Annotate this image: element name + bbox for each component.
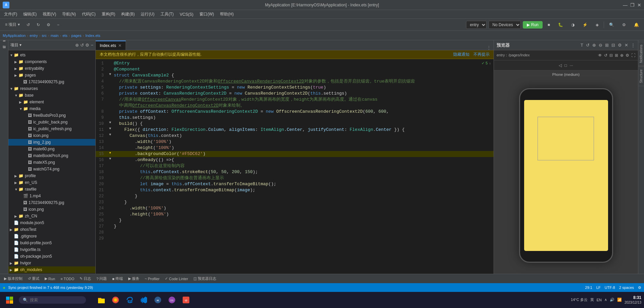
minimize-btn[interactable]: —	[623, 2, 628, 8]
status-position[interactable]: 29:1	[585, 286, 592, 290]
preview-icon-zoom-out[interactable]: ⊖	[599, 43, 602, 48]
preview-sub-settings[interactable]: ⚙	[626, 53, 629, 58]
tab-close-btn[interactable]: ✕	[118, 43, 122, 48]
editor-menu-icon[interactable]: ⋮	[487, 45, 491, 50]
tree-item-components[interactable]: ▶ 📁 components	[8, 58, 95, 65]
tree-item-mateBookProX[interactable]: 🖼 mateBookProX.png	[8, 152, 95, 159]
right-tab-notifications[interactable]: Notifications	[638, 42, 644, 66]
tree-item-resources[interactable]: ▼ 📁 resources	[8, 85, 95, 92]
search-input[interactable]	[30, 298, 80, 302]
taskbar-app-edge[interactable]	[124, 294, 136, 306]
tree-item-img2[interactable]: 🖼 img_2.jpg	[8, 139, 95, 146]
device-dropdown[interactable]: No Devices	[489, 21, 521, 29]
tree-item-pages[interactable]: ▶ 📁 pages	[8, 72, 95, 79]
code-linter-btn[interactable]: ✓ Code Linter	[163, 276, 190, 281]
device-more-btn[interactable]: ···	[570, 63, 573, 68]
problem-btn[interactable]: ? 问题	[94, 275, 109, 282]
close-btn[interactable]: ✕	[637, 2, 641, 8]
status-indent[interactable]: 2 spaces	[619, 286, 634, 290]
tree-item-rawfile[interactable]: ▼ 📁 rawfile	[8, 186, 95, 193]
right-tab-structure[interactable]: Structure	[638, 66, 644, 86]
taskbar-app-explorer[interactable]	[95, 294, 107, 306]
attach2-button[interactable]: ◈	[593, 21, 602, 29]
start-button[interactable]	[3, 293, 16, 307]
run-bottom-btn[interactable]: ▶ Run	[43, 276, 57, 281]
device-rotate-btn[interactable]: □	[564, 63, 567, 68]
service-btn[interactable]: ▶ 服务	[126, 275, 141, 282]
bc-main[interactable]: main	[50, 34, 59, 38]
bc-ets[interactable]: ets	[62, 34, 68, 38]
taskbar-app-deveco[interactable]: DS	[166, 294, 178, 306]
menu-edit[interactable]: 编辑(E)	[20, 11, 39, 18]
bc-pages[interactable]: pages	[71, 34, 82, 38]
menu-vcs[interactable]: VCS(S)	[177, 11, 196, 17]
no-remind-btn[interactable]: 不再提示	[473, 52, 490, 57]
menu-window[interactable]: 窗口(W)	[197, 11, 217, 18]
tree-settings-icon[interactable]: ⚙	[85, 43, 89, 48]
tree-item-build-profile[interactable]: 📄 build-profile.json5	[8, 240, 95, 246]
window-controls[interactable]: — ❐ ✕	[623, 2, 641, 8]
todo-btn[interactable]: ≡ TODO	[58, 276, 76, 281]
entry-dropdown[interactable]: entry	[466, 21, 487, 29]
tree-refresh-icon[interactable]: ↺	[80, 43, 84, 48]
hide-notification-btn[interactable]: 隐藏通知	[453, 52, 469, 57]
version-control-btn[interactable]: ▶ 版本控制	[2, 275, 25, 282]
maximize-btn[interactable]: ❐	[630, 2, 635, 8]
terminal-btn[interactable]: ■ 终端	[110, 275, 125, 282]
tree-item-mateX5[interactable]: 🖼 mateX5.png	[8, 159, 95, 166]
tree-item-gitignore[interactable]: 📄 .gitignore	[8, 233, 95, 240]
debug-button[interactable]: 🐛	[555, 21, 566, 29]
taskbar-app-browser[interactable]	[109, 294, 122, 306]
tree-item-mate60[interactable]: 🖼 mate60.png	[8, 146, 95, 152]
preview-icon-close[interactable]: ✕	[625, 43, 628, 48]
tree-item-oh-modules[interactable]: ▶ 📁 oh_modules	[8, 266, 95, 273]
tree-item-watchGT4[interactable]: 🖼 watchGT4.png	[8, 166, 95, 172]
toolbar-settings-btn[interactable]: ⚙	[44, 21, 53, 29]
profile-button[interactable]: ◑	[568, 21, 578, 29]
bc-src[interactable]: src	[41, 34, 47, 38]
preview-icon-text[interactable]: T	[581, 43, 583, 48]
tree-item-oh-package[interactable]: 📄 oh-package.json5	[8, 253, 95, 260]
tree-add-icon[interactable]: ⊕	[75, 43, 79, 48]
preview-sub-split[interactable]: ⊟	[609, 53, 613, 58]
profiler-btn[interactable]: ~ Profiler	[143, 276, 162, 281]
run-button[interactable]: ▶ Run	[523, 21, 542, 29]
tree-item-hvigorfile[interactable]: 📄 hvigorfile.ts	[8, 246, 95, 253]
taskbar-search[interactable]: 🔍	[19, 296, 86, 304]
tree-item-icon2[interactable]: 🖼 icon.png	[8, 206, 95, 213]
menu-run[interactable]: 运行(U)	[138, 11, 157, 18]
preview-icon-refresh[interactable]: ↺	[586, 43, 590, 48]
menu-refactor[interactable]: 重构(R)	[99, 11, 118, 18]
preview-sub-zoom-in[interactable]: ⊕	[620, 53, 624, 58]
log-btn[interactable]: ✎ 日志	[78, 275, 93, 282]
preview-icon-menu[interactable]: ⋮	[631, 43, 635, 48]
taskbar-app-idea[interactable]: IJ	[180, 294, 192, 306]
tree-item-ets[interactable]: ▼ 📁 ets	[8, 52, 95, 58]
notifications-btn[interactable]: 🔔	[631, 21, 642, 29]
preview-icon-settings[interactable]: ⚙	[618, 43, 622, 48]
code-editor[interactable]: ✓ 5 ↑ 1 @Entry 2 @Component 3 ▼ struct C…	[96, 59, 494, 274]
preview-sub-grid[interactable]: ⊞	[615, 53, 618, 58]
device-back-btn[interactable]: ◁	[559, 63, 562, 68]
retry-btn[interactable]: ↺ 重试	[26, 275, 41, 282]
tree-item-module-json5[interactable]: 📄 module.json5	[8, 219, 95, 226]
tree-item-profile[interactable]: ▶ 📁 profile	[8, 172, 95, 179]
menu-build[interactable]: 构建(B)	[119, 11, 137, 18]
preview-eye-icon[interactable]: 👁	[598, 53, 602, 58]
tree-item-en-us[interactable]: ▶ 📁 en_US	[8, 179, 95, 186]
status-lf[interactable]: LF	[596, 286, 601, 290]
menu-code[interactable]: 代码(C)	[79, 11, 98, 18]
menu-view[interactable]: 视图(V)	[40, 11, 59, 18]
stop-button[interactable]: ■	[545, 21, 553, 29]
settings-btn2[interactable]: ⚙	[619, 21, 629, 29]
taskbar-network-icon[interactable]: 📶	[617, 298, 622, 302]
bc-entry[interactable]: entry	[29, 34, 38, 38]
tree-collapse-icon[interactable]: −	[91, 43, 93, 48]
toolbar-collapse-btn[interactable]: −	[54, 21, 62, 29]
left-tab-bookmarks[interactable]: 书签	[1, 42, 8, 47]
status-settings[interactable]: ⚙	[638, 286, 641, 290]
tree-item-base[interactable]: ▼ 📁 base	[8, 92, 95, 99]
tree-item-1mp4[interactable]: 🎬 1.mp4	[8, 193, 95, 199]
preview-icon-zoom-in[interactable]: ⊕	[592, 43, 596, 48]
taskbar-volume-icon[interactable]: 🔊	[610, 298, 614, 302]
